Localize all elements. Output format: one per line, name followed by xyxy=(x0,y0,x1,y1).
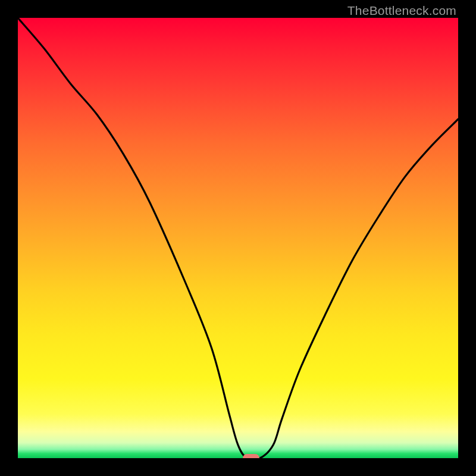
watermark-text: TheBottleneck.com xyxy=(347,4,456,18)
optimal-marker xyxy=(243,454,259,458)
plot-area xyxy=(18,18,458,458)
bottleneck-curve xyxy=(18,18,458,458)
chart-frame: TheBottleneck.com xyxy=(0,0,476,476)
